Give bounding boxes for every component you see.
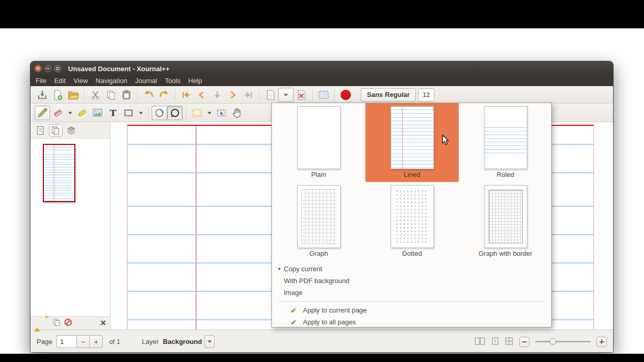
font-size-field[interactable]: 12 (418, 88, 434, 102)
single-page-view-button[interactable] (491, 337, 499, 347)
first-page-button[interactable] (179, 88, 194, 102)
image-tool-button[interactable] (90, 106, 105, 120)
goto-page-down-icon (213, 90, 221, 100)
pen-icon (37, 107, 48, 119)
eraser-dropdown-button[interactable] (66, 106, 74, 120)
open-button[interactable] (66, 88, 81, 102)
menu-navigation[interactable]: Navigation (95, 77, 127, 85)
toolbar-separator (312, 89, 313, 101)
new-page-button[interactable] (263, 88, 278, 102)
move-page-down-button[interactable] (43, 319, 50, 328)
move-page-up-button[interactable] (34, 319, 40, 328)
close-sidebar-button[interactable] (100, 319, 106, 328)
menu-item-apply-current-page[interactable]: ✔ Apply to current page (278, 304, 545, 316)
grid-view-button[interactable] (505, 337, 513, 347)
last-page-button[interactable] (240, 88, 256, 102)
text-tool-button[interactable]: T (105, 106, 121, 120)
template-grid: Plain Lined Ruled Graph (272, 103, 551, 261)
statusbar-right (474, 337, 607, 347)
page-number-input[interactable] (56, 335, 77, 348)
template-option-graph[interactable]: Graph (272, 182, 365, 261)
menubar: File Edit View Navigation Journal Tools … (30, 75, 613, 86)
cut-button[interactable] (88, 88, 103, 102)
zoom-out-button[interactable] (519, 337, 529, 347)
sidebar-tab-contents[interactable] (34, 124, 47, 137)
next-page-button[interactable] (225, 88, 240, 102)
shape-dropdown-button[interactable] (136, 106, 145, 120)
pen-tool-button[interactable] (35, 106, 50, 120)
record-button[interactable] (338, 88, 353, 102)
template-option-ruled[interactable]: Ruled (459, 103, 552, 182)
template-preview-lined (391, 106, 434, 169)
goto-page-button[interactable] (210, 88, 225, 102)
sidebar-tabs (30, 122, 110, 139)
page-increment-button[interactable]: + (90, 335, 103, 348)
page-thumbnail[interactable] (43, 144, 75, 202)
shape-tool-button[interactable] (121, 106, 136, 120)
menu-separator (278, 301, 545, 302)
page-decrement-button[interactable]: − (77, 335, 90, 348)
delete-page-icon (296, 89, 307, 101)
select-object-button[interactable] (214, 106, 229, 120)
highlighter-tool-button[interactable] (74, 106, 90, 120)
layer-dropdown-button[interactable] (204, 335, 215, 348)
close-button[interactable] (35, 65, 42, 72)
shape-recognizer-button[interactable] (152, 106, 167, 120)
maximize-button[interactable] (54, 65, 61, 72)
menu-item-image[interactable]: Image (278, 287, 545, 299)
template-option-dotted[interactable]: Dotted (365, 182, 459, 261)
menu-item-apply-all-pages[interactable]: ✔ Apply to all pages (278, 316, 545, 328)
previous-page-button[interactable] (194, 88, 210, 102)
menu-tools[interactable]: Tools (165, 77, 180, 85)
menu-item-copy-current[interactable]: • Copy current (278, 263, 545, 275)
zoom-in-button[interactable] (597, 337, 607, 347)
minimize-button[interactable] (44, 65, 52, 72)
menu-edit[interactable]: Edit (54, 77, 66, 85)
check-icon: ✔ (291, 318, 299, 326)
font-button[interactable]: Sans Regular (361, 88, 416, 102)
delete-page-button[interactable] (294, 88, 309, 102)
fullscreen-icon (318, 90, 329, 100)
eraser-tool-button[interactable] (50, 106, 66, 120)
draw-circle-button[interactable] (167, 106, 183, 120)
menu-help[interactable]: Help (188, 77, 202, 85)
font-size-value: 12 (423, 91, 430, 98)
copy-page-button[interactable] (53, 318, 61, 328)
thumbnail-margin-line (54, 145, 54, 201)
chevron-down-icon (284, 94, 288, 98)
font-name-label: Sans Regular (367, 91, 410, 98)
copy-button[interactable] (103, 88, 119, 102)
new-document-button[interactable] (50, 88, 66, 102)
redo-button[interactable] (156, 88, 172, 102)
select-object-icon (216, 108, 227, 118)
sidebar-tab-layers[interactable] (65, 124, 78, 137)
page-template-dropdown-button[interactable] (278, 88, 294, 102)
undo-button[interactable] (141, 88, 156, 102)
select-region-button[interactable] (189, 106, 205, 120)
arrow-down-icon (43, 315, 50, 331)
menu-journal[interactable]: Journal (135, 77, 157, 85)
template-option-plain[interactable]: Plain (272, 103, 365, 182)
dual-page-view-button[interactable] (474, 337, 486, 347)
mouse-cursor (442, 135, 450, 146)
page-preview-panel (30, 139, 110, 316)
menu-item-pdf-background[interactable]: With PDF background (278, 275, 545, 287)
stop-icon (64, 318, 72, 326)
select-dropdown-button[interactable] (205, 106, 214, 120)
zoom-slider[interactable] (535, 341, 591, 342)
template-option-graph-border[interactable]: Graph with border (459, 182, 552, 261)
menu-file[interactable]: File (36, 77, 46, 85)
selection-rect-icon (192, 108, 202, 118)
save-button[interactable] (35, 88, 50, 102)
sidebar-tab-page-preview[interactable] (49, 124, 62, 137)
cut-icon (90, 90, 101, 100)
delete-page-sidebar-button[interactable] (64, 318, 72, 328)
save-icon (37, 89, 48, 101)
hand-tool-button[interactable] (229, 106, 245, 120)
paste-button[interactable] (119, 88, 134, 102)
zoom-slider-handle[interactable] (550, 338, 556, 345)
fullscreen-button[interactable] (316, 88, 331, 102)
arrow-up-icon (34, 316, 40, 332)
single-page-icon (491, 337, 499, 345)
menu-view[interactable]: View (73, 77, 88, 85)
